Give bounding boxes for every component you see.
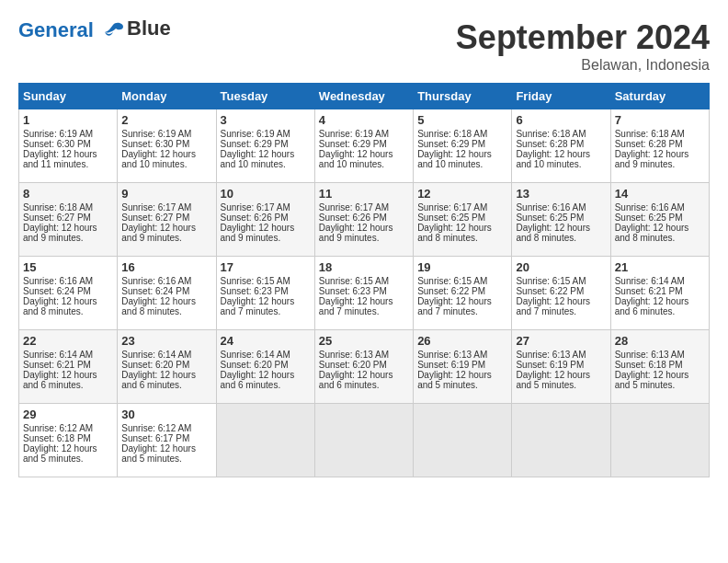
sunset: Sunset: 6:23 PM (319, 286, 387, 296)
daylight-label: Daylight: 12 hours and 6 minutes. (121, 370, 196, 390)
day-cell: 29 Sunrise: 6:12 AM Sunset: 6:18 PM Dayl… (19, 404, 118, 477)
sunset: Sunset: 6:19 PM (516, 360, 584, 370)
day-cell: 24 Sunrise: 6:14 AM Sunset: 6:20 PM Dayl… (216, 330, 314, 404)
sunrise: Sunrise: 6:13 AM (615, 350, 685, 360)
day-number: 29 (23, 408, 113, 421)
day-cell: 11 Sunrise: 6:17 AM Sunset: 6:26 PM Dayl… (314, 183, 413, 257)
sunset: Sunset: 6:18 PM (23, 433, 91, 443)
sunrise: Sunrise: 6:18 AM (23, 202, 93, 213)
daylight-label: Daylight: 12 hours and 7 minutes. (417, 296, 492, 316)
day-cell: 5 Sunrise: 6:18 AM Sunset: 6:29 PM Dayli… (414, 109, 512, 183)
daylight-label: Daylight: 12 hours and 8 minutes. (417, 223, 492, 243)
day-cell: 6 Sunrise: 6:18 AM Sunset: 6:28 PM Dayli… (512, 109, 610, 183)
day-number: 13 (516, 187, 606, 201)
daylight-label: Daylight: 12 hours and 9 minutes. (615, 149, 689, 169)
day-number: 2 (121, 113, 211, 127)
sunrise: Sunrise: 6:19 AM (221, 129, 290, 139)
daylight-label: Daylight: 12 hours and 8 minutes. (516, 223, 590, 243)
daylight-label: Daylight: 12 hours and 6 minutes. (23, 370, 97, 390)
sunset: Sunset: 6:23 PM (221, 286, 289, 296)
daylight-label: Daylight: 12 hours and 7 minutes. (516, 296, 590, 316)
sunrise: Sunrise: 6:12 AM (121, 423, 191, 433)
empty-cell (314, 404, 413, 477)
header-friday: Friday (512, 84, 610, 109)
day-cell: 7 Sunrise: 6:18 AM Sunset: 6:28 PM Dayli… (610, 109, 709, 183)
day-cell: 1 Sunrise: 6:19 AM Sunset: 6:30 PM Dayli… (19, 109, 118, 183)
sunrise: Sunrise: 6:19 AM (121, 129, 191, 139)
day-cell: 23 Sunrise: 6:14 AM Sunset: 6:20 PM Dayl… (118, 330, 216, 404)
calendar-header-row: Sunday Monday Tuesday Wednesday Thursday… (19, 84, 710, 109)
sunrise: Sunrise: 6:13 AM (319, 350, 389, 360)
logo-general: General (18, 18, 94, 41)
logo-text: General (18, 18, 125, 42)
sunset: Sunset: 6:27 PM (23, 213, 91, 223)
sunset: Sunset: 6:19 PM (417, 360, 485, 370)
sunset: Sunset: 6:29 PM (319, 139, 387, 149)
daylight-label: Daylight: 12 hours and 6 minutes. (221, 370, 295, 390)
logo-icon (101, 21, 125, 41)
day-cell: 18 Sunrise: 6:15 AM Sunset: 6:23 PM Dayl… (314, 257, 413, 330)
daylight-label: Daylight: 12 hours and 10 minutes. (417, 149, 492, 169)
sunset: Sunset: 6:18 PM (615, 360, 683, 370)
daylight-label: Daylight: 12 hours and 8 minutes. (121, 296, 196, 316)
day-cell: 22 Sunrise: 6:14 AM Sunset: 6:21 PM Dayl… (19, 330, 118, 404)
day-number: 21 (615, 260, 705, 274)
sunset: Sunset: 6:29 PM (417, 139, 485, 149)
sunset: Sunset: 6:26 PM (221, 213, 289, 223)
empty-cell (512, 404, 610, 477)
daylight-label: Daylight: 12 hours and 9 minutes. (221, 223, 295, 243)
day-cell: 30 Sunrise: 6:12 AM Sunset: 6:17 PM Dayl… (118, 404, 216, 477)
sunset: Sunset: 6:28 PM (615, 139, 683, 149)
sunset: Sunset: 6:17 PM (121, 433, 189, 443)
daylight-label: Daylight: 12 hours and 10 minutes. (516, 149, 590, 169)
sunset: Sunset: 6:26 PM (319, 213, 387, 223)
daylight-label: Daylight: 12 hours and 8 minutes. (23, 296, 97, 316)
daylight-label: Daylight: 12 hours and 5 minutes. (516, 370, 590, 390)
day-cell: 12 Sunrise: 6:17 AM Sunset: 6:25 PM Dayl… (414, 183, 512, 257)
day-number: 24 (221, 334, 311, 348)
sunrise: Sunrise: 6:16 AM (23, 276, 93, 286)
sunrise: Sunrise: 6:15 AM (221, 276, 290, 286)
sunrise: Sunrise: 6:19 AM (23, 129, 93, 139)
day-number: 19 (417, 260, 507, 274)
day-cell: 26 Sunrise: 6:13 AM Sunset: 6:19 PM Dayl… (414, 330, 512, 404)
daylight-label: Daylight: 12 hours and 8 minutes. (615, 223, 689, 243)
day-cell: 27 Sunrise: 6:13 AM Sunset: 6:19 PM Dayl… (512, 330, 610, 404)
sunrise: Sunrise: 6:17 AM (121, 202, 191, 213)
day-number: 3 (221, 113, 311, 127)
day-number: 11 (319, 187, 409, 201)
sunrise: Sunrise: 6:18 AM (615, 129, 685, 139)
title-block: September 2024 Belawan, Indonesia (456, 18, 710, 74)
daylight-label: Daylight: 12 hours and 5 minutes. (121, 443, 196, 464)
sunset: Sunset: 6:30 PM (121, 139, 189, 149)
sunset: Sunset: 6:25 PM (516, 213, 584, 223)
day-number: 20 (516, 260, 606, 274)
sunset: Sunset: 6:21 PM (23, 360, 91, 370)
day-number: 7 (615, 113, 705, 127)
sunrise: Sunrise: 6:17 AM (417, 202, 487, 213)
daylight-label: Daylight: 12 hours and 5 minutes. (23, 443, 97, 464)
day-cell: 8 Sunrise: 6:18 AM Sunset: 6:27 PM Dayli… (19, 183, 118, 257)
location: Belawan, Indonesia (456, 57, 710, 74)
header-tuesday: Tuesday (216, 84, 314, 109)
day-number: 26 (417, 334, 507, 348)
day-cell: 28 Sunrise: 6:13 AM Sunset: 6:18 PM Dayl… (610, 330, 709, 404)
day-number: 28 (615, 334, 705, 348)
empty-cell (414, 404, 512, 477)
day-number: 18 (319, 260, 409, 274)
calendar-table: Sunday Monday Tuesday Wednesday Thursday… (18, 83, 710, 477)
day-cell: 19 Sunrise: 6:15 AM Sunset: 6:22 PM Dayl… (414, 257, 512, 330)
sunset: Sunset: 6:21 PM (615, 286, 683, 296)
header-saturday: Saturday (610, 84, 709, 109)
sunset: Sunset: 6:20 PM (121, 360, 189, 370)
day-cell: 25 Sunrise: 6:13 AM Sunset: 6:20 PM Dayl… (314, 330, 413, 404)
day-cell: 10 Sunrise: 6:17 AM Sunset: 6:26 PM Dayl… (216, 183, 314, 257)
sunset: Sunset: 6:24 PM (121, 286, 189, 296)
sunrise: Sunrise: 6:19 AM (319, 129, 389, 139)
sunrise: Sunrise: 6:15 AM (417, 276, 487, 286)
empty-cell (216, 404, 314, 477)
day-number: 12 (417, 187, 507, 201)
sunrise: Sunrise: 6:17 AM (221, 202, 290, 213)
day-number: 27 (516, 334, 606, 348)
day-number: 16 (121, 260, 211, 274)
